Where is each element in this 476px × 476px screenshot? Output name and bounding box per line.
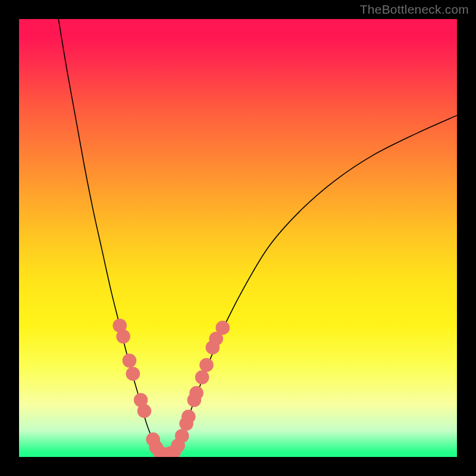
plot-area: [19, 19, 457, 457]
curve-left: [58, 19, 158, 452]
curve-right: [174, 115, 457, 452]
highlight-dot: [195, 370, 209, 384]
highlight-dot: [215, 321, 230, 335]
highlight-dot: [123, 353, 137, 368]
highlight-dot: [116, 330, 130, 344]
highlight-dot: [199, 358, 214, 372]
highlight-dot: [126, 367, 140, 381]
chart-frame: TheBottleneck.com: [0, 0, 476, 476]
highlight-dot: [137, 404, 152, 418]
highlight-dot: [175, 429, 189, 443]
highlight-dots-group: [113, 318, 230, 457]
watermark-text: TheBottleneck.com: [360, 2, 469, 17]
chart-svg: [19, 19, 457, 457]
highlight-dot: [189, 386, 203, 400]
highlight-dot: [181, 410, 196, 424]
